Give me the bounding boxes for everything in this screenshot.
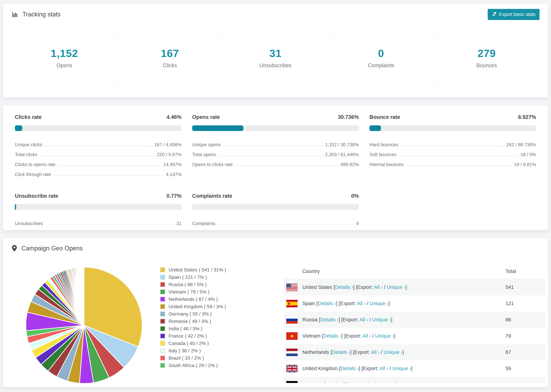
total-column-header: Total	[505, 268, 546, 274]
stat-bounces: 279 Bounces	[434, 34, 539, 81]
legend-swatch	[160, 341, 165, 346]
legend-item: Romania ( 49 / 3% )	[160, 318, 260, 325]
row-total: 121	[505, 301, 546, 306]
dotted-leader	[45, 146, 152, 146]
export-basic-stats-button[interactable]: Export basic stats	[488, 9, 540, 20]
complaints-rate-title: Complaints rate	[192, 193, 232, 199]
legend-swatch	[160, 297, 165, 302]
legend-item: Brazil ( 33 / 2% )	[160, 354, 260, 362]
details-link[interactable]: Details ›	[323, 333, 341, 339]
page-title: Tracking stats	[22, 11, 61, 18]
legend-item: United Kingdom ( 59 / 3% )	[160, 303, 260, 310]
table-row-russia: Russia [Details ›] [Export: All › / Uniq…	[284, 312, 546, 328]
clicks-rate-bar	[15, 125, 182, 131]
export-unique-link[interactable]: Unique ›	[384, 350, 403, 355]
vietnam-flag-icon: ★	[286, 332, 297, 340]
detail-row: Hard bounces242 / 86.738%	[369, 138, 536, 147]
dotted-leader	[40, 156, 155, 156]
table-row-united-kingdom: United Kingdom [Details ›] [Export: All …	[284, 360, 546, 377]
table-row-germany: Germany [Details ›] [Export: All › / Uni…	[284, 377, 546, 383]
geo-table-body: United States [Details ›] [Export: All ›…	[284, 279, 546, 383]
stat-clicks: 167 Clicks	[117, 34, 223, 81]
detail-row: Total opens2,303 / 61.446%	[192, 147, 359, 157]
bounce-rate-bar	[369, 125, 536, 131]
legend-item: Russia ( 86 / 5% )	[160, 281, 260, 288]
legend-swatch	[160, 282, 165, 287]
geo-opens-header: Campaign Geo Opens	[3, 238, 548, 259]
opens-rate-bar-fill	[192, 125, 243, 131]
us-flag-icon	[286, 284, 297, 291]
export-all-link[interactable]: All ›	[380, 366, 388, 371]
export-all-link[interactable]: All ›	[360, 317, 368, 322]
export-all-link[interactable]: All ›	[371, 350, 380, 355]
legend-swatch	[160, 311, 165, 316]
tracking-stats-title: Tracking stats	[11, 11, 61, 18]
stat-opens-label: Opens	[57, 63, 72, 69]
stat-unsubscribes-label: Unsubscribes	[259, 63, 292, 69]
geo-legend: United States ( 541 / 31% ) Spain ( 121 …	[160, 266, 260, 369]
legend-item: Netherlands ( 67 / 4% )	[160, 295, 260, 303]
dotted-leader	[235, 166, 339, 166]
details-link[interactable]: Details ›	[318, 301, 336, 306]
details-link[interactable]: Details ›	[325, 382, 344, 383]
legend-swatch	[160, 326, 165, 331]
legend-item: India ( 46 / 3% )	[160, 325, 260, 332]
export-all-link[interactable]: All ›	[374, 284, 383, 290]
export-unique-link[interactable]: Unique ›	[392, 366, 411, 371]
legend-item: Vietnam ( 79 / 5% )	[160, 288, 260, 295]
stat-complaints: 0 Complaints	[328, 34, 434, 81]
geo-table-header: Country Total	[284, 264, 546, 279]
details-link[interactable]: Details ›	[320, 317, 339, 322]
export-unique-link[interactable]: Unique ›	[372, 317, 391, 322]
detail-row: Complaints0	[192, 216, 359, 226]
export-all-link[interactable]: All ›	[365, 382, 373, 383]
stat-clicks-label: Clicks	[163, 63, 177, 69]
detail-row: Unsubscribes31	[15, 216, 182, 226]
export-unique-link[interactable]: Unique ›	[387, 284, 406, 290]
unsubscribe-rate-value: 0.77%	[167, 193, 182, 199]
details-link[interactable]: Details ›	[335, 284, 353, 290]
dotted-leader	[406, 166, 512, 166]
legend-swatch	[160, 267, 165, 272]
legend-swatch	[160, 319, 165, 324]
geo-opens-title: Campaign Geo Opens	[11, 245, 83, 252]
detail-row: Unique opens1,152 / 30.736%	[192, 138, 359, 147]
tracking-stats-card: Tracking stats Export basic stats 1,152 …	[3, 4, 548, 98]
stat-opens-value: 1,152	[51, 47, 78, 59]
tracking-stats-header: Tracking stats Export basic stats	[3, 4, 548, 25]
legend-item: Spain ( 121 / 7% )	[160, 273, 260, 281]
legend-item: France ( 42 / 2% )	[160, 332, 260, 340]
export-unique-link[interactable]: Unique ›	[377, 382, 396, 383]
legend-item: Canada ( 40 / 2% )	[160, 340, 260, 347]
details-link[interactable]: Details ›	[340, 366, 359, 371]
detail-row: Soft bounces18 / 0%	[369, 147, 536, 157]
rates-card: Clicks rate 4.46% Unique clicks167 / 4.4…	[3, 105, 548, 230]
unsubscribe-rate-title: Unsubscribe rate	[15, 193, 58, 199]
bar-chart-icon	[11, 11, 18, 18]
legend-item: United States ( 541 / 31% )	[160, 266, 260, 273]
legend-swatch	[160, 334, 165, 338]
stat-bounces-value: 279	[478, 47, 496, 59]
bounce-rate-bar-fill	[369, 125, 381, 131]
table-row-spain: Spain [Details ›] [Export: All › / Uniqu…	[284, 295, 546, 312]
stat-unsubscribes: 31 Unsubscribes	[223, 34, 328, 81]
legend-swatch	[160, 275, 165, 280]
stat-bounces-label: Bounces	[476, 63, 497, 69]
opens-rate-title: Opens rate	[192, 114, 220, 120]
export-icon	[492, 11, 497, 17]
details-link[interactable]: Details ›	[332, 350, 350, 355]
dotted-leader	[54, 175, 164, 176]
complaints-rate-bar	[192, 204, 359, 210]
clicks-rate-title: Clicks rate	[15, 114, 42, 120]
export-unique-link[interactable]: Unique ›	[370, 301, 389, 306]
export-all-link[interactable]: All ›	[362, 333, 371, 339]
stat-opens: 1,152 Opens	[12, 34, 117, 81]
export-all-link[interactable]: All ›	[357, 301, 366, 306]
export-button-label: Export basic stats	[499, 12, 536, 17]
export-unique-link[interactable]: Unique ›	[375, 333, 394, 339]
stats-strip: 1,152 Opens 167 Clicks 31 Unsubscribes 0…	[11, 34, 540, 82]
table-row-united-states: United States [Details ›] [Export: All ›…	[284, 279, 546, 295]
detail-row: Clicks to opens rate14.497%	[15, 157, 182, 167]
dotted-leader	[224, 146, 323, 146]
legend-swatch	[160, 289, 165, 294]
